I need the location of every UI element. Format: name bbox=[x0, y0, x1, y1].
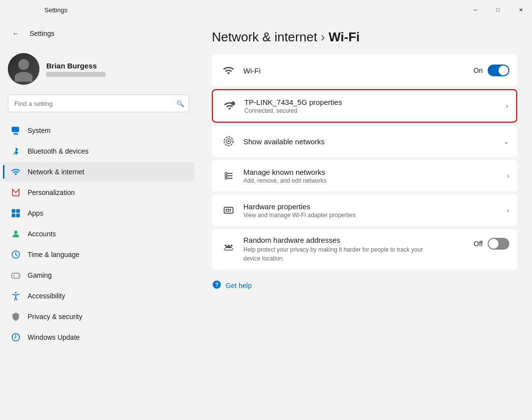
settings-label: Settings bbox=[30, 30, 55, 37]
close-button[interactable]: ✕ bbox=[509, 0, 532, 20]
random-hardware-title: Random hardware addresses bbox=[243, 236, 468, 244]
search-input[interactable] bbox=[8, 95, 189, 112]
app-title: Settings bbox=[44, 6, 67, 14]
personalization-icon bbox=[11, 188, 21, 197]
content-area: Network & internet › Wi-Fi Wi-Fi On bbox=[197, 20, 532, 420]
time-icon bbox=[11, 250, 21, 259]
avatar-image bbox=[8, 53, 39, 85]
sidebar-item-system[interactable]: System bbox=[3, 121, 194, 140]
gaming-label: Gaming bbox=[28, 271, 52, 279]
sidebar-item-accessibility[interactable]: Accessibility bbox=[3, 286, 194, 306]
random-hardware-content: Random hardware addresses Help protect y… bbox=[237, 236, 474, 263]
svg-rect-31 bbox=[228, 211, 229, 212]
wifi-toggle-card: Wi-Fi On bbox=[212, 55, 517, 86]
manage-networks-row[interactable]: Manage known networks Add, remove, and e… bbox=[212, 160, 517, 192]
available-networks-row[interactable]: Show available networks ⌄ bbox=[212, 126, 517, 157]
svg-rect-28 bbox=[228, 209, 229, 210]
svg-rect-27 bbox=[226, 209, 227, 210]
svg-point-25 bbox=[225, 177, 227, 179]
hardware-properties-row[interactable]: Hardware properties View and manage Wi-F… bbox=[212, 194, 517, 226]
svg-point-16 bbox=[231, 101, 235, 105]
random-hardware-right: Off bbox=[474, 238, 509, 250]
get-help-link[interactable]: Get help bbox=[226, 282, 252, 290]
sidebar-item-network[interactable]: Network & internet bbox=[3, 162, 194, 182]
svg-point-12 bbox=[17, 275, 18, 276]
user-info: Brian Burgess bbox=[46, 62, 189, 77]
wifi-toggle-switch[interactable] bbox=[488, 65, 509, 76]
back-button[interactable]: ← bbox=[8, 26, 24, 41]
network-label: Network & internet bbox=[28, 168, 84, 176]
tp-link-title: TP-LINK_7434_5G properties bbox=[244, 98, 500, 106]
windows-update-icon bbox=[11, 332, 21, 342]
sidebar-item-personalization[interactable]: Personalization bbox=[3, 183, 194, 202]
hardware-properties-chevron: › bbox=[507, 206, 509, 214]
minimize-button[interactable]: ─ bbox=[464, 0, 487, 20]
bluetooth-label: Bluetooth & devices bbox=[28, 147, 89, 155]
sidebar-item-bluetooth[interactable]: Bluetooth & devices bbox=[3, 141, 194, 161]
tp-link-content: TP-LINK_7434_5G properties Connected, se… bbox=[238, 98, 506, 114]
accessibility-label: Accessibility bbox=[28, 292, 65, 300]
svg-rect-6 bbox=[16, 214, 20, 218]
random-hardware-icon bbox=[220, 238, 237, 256]
manage-networks-title: Manage known networks bbox=[243, 168, 501, 176]
user-subtitle bbox=[46, 72, 105, 77]
windows-update-label: Windows Update bbox=[28, 333, 80, 341]
time-label: Time & language bbox=[28, 251, 79, 258]
available-networks-content: Show available networks bbox=[237, 137, 503, 146]
sidebar-item-windows-update[interactable]: Windows Update bbox=[3, 327, 194, 347]
hardware-properties-subtitle: View and manage Wi-Fi adapter properties bbox=[243, 212, 501, 219]
wifi-toggle-row[interactable]: Wi-Fi On bbox=[212, 55, 517, 86]
privacy-icon bbox=[11, 312, 21, 322]
main-window: ← Settings Brian Burgess 🔍 bbox=[0, 20, 532, 420]
sidebar-item-time[interactable]: Time & language bbox=[3, 245, 194, 264]
network-icon bbox=[11, 167, 21, 177]
svg-point-7 bbox=[14, 230, 18, 234]
current-page-title: Wi-Fi bbox=[329, 30, 360, 44]
sidebar-item-apps[interactable]: Apps bbox=[3, 203, 194, 223]
get-help-icon: ? bbox=[212, 280, 222, 291]
available-networks-icon bbox=[220, 132, 237, 150]
svg-rect-2 bbox=[13, 134, 18, 135]
manage-networks-subtitle: Add, remove, and edit networks bbox=[243, 177, 501, 184]
hardware-properties-right: › bbox=[507, 206, 509, 214]
svg-rect-5 bbox=[12, 214, 16, 218]
svg-rect-32 bbox=[230, 211, 231, 212]
hardware-properties-icon bbox=[220, 201, 237, 219]
bluetooth-icon bbox=[11, 146, 21, 156]
sidebar-item-privacy[interactable]: Privacy & security bbox=[3, 307, 194, 326]
breadcrumb-sep: › bbox=[321, 30, 329, 44]
maximize-button[interactable]: □ bbox=[487, 0, 509, 20]
svg-point-14 bbox=[15, 292, 16, 293]
sidebar-item-accounts[interactable]: Accounts bbox=[3, 224, 194, 244]
sidebar-item-gaming[interactable]: Gaming bbox=[3, 265, 194, 285]
tp-link-row[interactable]: TP-LINK_7434_5G properties Connected, se… bbox=[213, 90, 516, 122]
wifi-toggle-right: On bbox=[473, 65, 509, 76]
system-label: System bbox=[28, 127, 51, 134]
accounts-icon bbox=[11, 229, 21, 239]
svg-rect-30 bbox=[226, 211, 227, 212]
available-networks-card: Show available networks ⌄ bbox=[212, 126, 517, 157]
svg-rect-4 bbox=[16, 209, 20, 213]
wifi-toggle-content: Wi-Fi bbox=[237, 66, 473, 75]
apps-icon bbox=[11, 208, 21, 218]
search-icon: 🔍 bbox=[176, 100, 184, 107]
gaming-icon bbox=[11, 270, 21, 280]
apps-label: Apps bbox=[28, 209, 43, 217]
svg-point-19 bbox=[228, 140, 230, 142]
random-hardware-toggle-switch[interactable] bbox=[488, 238, 509, 250]
random-hardware-card: Random hardware addresses Help protect y… bbox=[212, 229, 517, 270]
user-name: Brian Burgess bbox=[46, 62, 189, 70]
search-box[interactable]: 🔍 bbox=[8, 95, 189, 112]
sidebar: ← Settings Brian Burgess 🔍 bbox=[0, 20, 197, 420]
wifi-icon bbox=[220, 62, 237, 79]
window-controls: ─ □ ✕ bbox=[464, 0, 532, 20]
tp-link-card[interactable]: TP-LINK_7434_5G properties Connected, se… bbox=[212, 89, 517, 123]
breadcrumb-parent: Network & internet bbox=[212, 30, 317, 44]
get-help-section: ? Get help bbox=[212, 276, 517, 295]
svg-rect-0 bbox=[12, 127, 19, 132]
random-hardware-row[interactable]: Random hardware addresses Help protect y… bbox=[212, 229, 517, 270]
manage-networks-chevron: › bbox=[507, 172, 509, 180]
accounts-label: Accounts bbox=[28, 230, 56, 238]
hardware-properties-card: Hardware properties View and manage Wi-F… bbox=[212, 194, 517, 226]
wifi-toggle-label: On bbox=[473, 66, 483, 74]
